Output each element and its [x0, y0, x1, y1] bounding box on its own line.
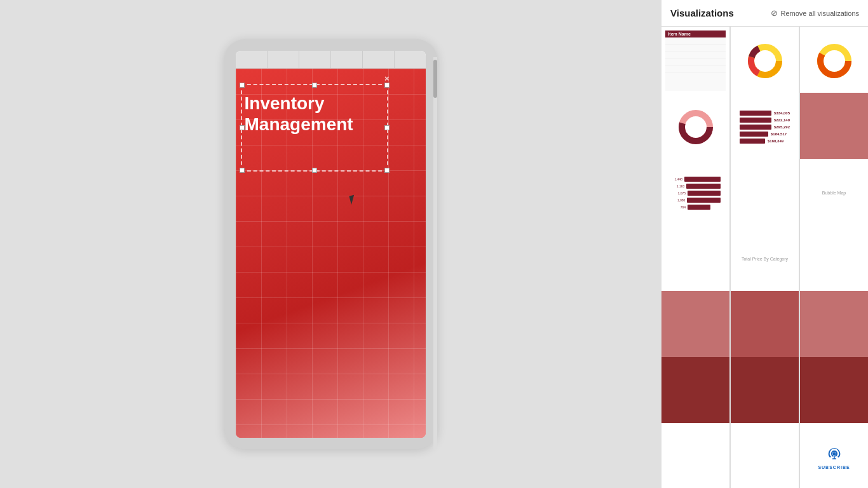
topbar-col-2: [268, 51, 299, 68]
handle-bl[interactable]: [240, 168, 245, 173]
table-header: Item Name: [665, 30, 725, 37]
bar: [740, 111, 771, 116]
donut-orange-yellow: [815, 42, 853, 80]
table-rows: [665, 37, 725, 90]
donut-red: [677, 108, 715, 146]
bar: [740, 118, 771, 123]
scrollbar-thumb[interactable]: [433, 60, 437, 98]
viz-cell-1[interactable]: Item Name: [661, 27, 729, 95]
bar-row: 1,163: [670, 184, 721, 189]
phone-topbar: [236, 51, 426, 69]
viz-cell-15[interactable]: [800, 291, 868, 359]
bar: [740, 125, 771, 130]
bar: [740, 139, 765, 144]
bar-label: 1,080: [670, 198, 685, 202]
handle-bm[interactable]: [312, 168, 317, 173]
viz-cell-20[interactable]: [731, 423, 799, 488]
cell-table: Item Name: [665, 30, 725, 90]
viz-cell-13[interactable]: [661, 291, 729, 359]
phone-mockup: × Inventory Management: [224, 39, 437, 449]
viz-cell-10[interactable]: [661, 225, 729, 293]
topbar-col-6: [395, 51, 426, 68]
topbar-col-5: [363, 51, 395, 68]
handle-rm[interactable]: [384, 125, 390, 130]
viz-cell-9[interactable]: Bubble Map: [800, 159, 868, 227]
handle-tr[interactable]: [384, 83, 390, 88]
bar-label: 764: [670, 205, 686, 209]
title-line1: Inventory: [245, 93, 353, 114]
viz-grid: Item Name: [661, 27, 868, 488]
viz-cell-5[interactable]: $334,005 $222,149 $295,292 $184,517 $168…: [731, 93, 799, 161]
bar-label: 1,163: [670, 184, 684, 188]
viz-cell-12[interactable]: [800, 225, 868, 293]
svg-point-11: [832, 452, 836, 455]
bar-row: 764: [670, 205, 721, 210]
bar-row: 1,080: [670, 198, 721, 203]
remove-icon: ⊘: [771, 8, 778, 18]
subscribe-icon: [825, 445, 843, 463]
subscribe-label[interactable]: SUBSCRIBE: [818, 465, 850, 470]
table-row: [665, 58, 725, 65]
svg-point-4: [755, 51, 775, 71]
remove-all-label: Remove all visualizations: [781, 10, 860, 17]
viz-cell-6[interactable]: [800, 93, 868, 161]
value: $168,349: [768, 139, 783, 143]
viz-cell-19[interactable]: [661, 423, 729, 488]
svg-point-10: [686, 117, 706, 137]
viz-cell-18[interactable]: [800, 357, 868, 425]
topbar-col-3: [299, 51, 331, 68]
value: $295,292: [774, 125, 790, 129]
table-row: [665, 65, 725, 72]
value: $184,517: [771, 132, 787, 136]
phone-scrollbar[interactable]: [433, 57, 437, 449]
viz-cell-11[interactable]: Total Price By Category: [731, 225, 799, 293]
viz-cell-21[interactable]: SUBSCRIBE: [800, 423, 868, 488]
list-row: $295,292: [740, 125, 790, 130]
remove-all-button[interactable]: ⊘ Remove all visualizations: [771, 8, 860, 18]
bar: [740, 132, 768, 137]
bar-fill: [686, 184, 721, 189]
handle-lm[interactable]: [240, 125, 245, 130]
table-row: [665, 44, 725, 51]
num-list: $334,005 $222,149 $295,292 $184,517 $168…: [736, 107, 794, 147]
bar-row: 1,448: [670, 177, 721, 182]
viz-cell-4[interactable]: [661, 93, 729, 161]
topbar-col-1: [236, 51, 268, 68]
phone-content[interactable]: × Inventory Management: [236, 69, 426, 438]
title-line2: Management: [245, 114, 353, 135]
donut-multicolor: [746, 42, 784, 80]
bar-chart: 1,448 1,163 1,075 1,080 764: [667, 173, 724, 214]
value: $334,005: [774, 111, 790, 115]
viz-cell-17[interactable]: [731, 357, 799, 425]
viz-cell-16[interactable]: [661, 357, 729, 425]
list-row: $184,517: [740, 132, 790, 137]
table-row: [665, 37, 725, 44]
panel-title: Visualizations: [670, 8, 734, 18]
bar-row: 1,075: [670, 191, 721, 196]
handle-br[interactable]: [384, 168, 390, 173]
table-row: [665, 51, 725, 58]
right-panel: Visualizations ⊘ Remove all visualizatio…: [661, 0, 868, 488]
phone-screen: × Inventory Management: [236, 51, 426, 438]
list-row: $222,149: [740, 118, 790, 123]
topbar-col-4: [331, 51, 363, 68]
viz-cell-2[interactable]: [731, 27, 799, 95]
text-label: Total Price By Category: [739, 254, 790, 264]
handle-tl[interactable]: [240, 83, 245, 88]
bar-fill: [684, 177, 721, 182]
viz-cell-3[interactable]: [800, 27, 868, 95]
bar-fill: [688, 191, 721, 196]
canvas-area: × Inventory Management: [0, 0, 661, 488]
viz-cell-8[interactable]: [731, 159, 799, 227]
text-label: Bubble Map: [820, 188, 848, 198]
viz-cell-14[interactable]: [731, 291, 799, 359]
panel-header: Visualizations ⊘ Remove all visualizatio…: [661, 0, 868, 27]
inventory-title: Inventory Management: [245, 93, 353, 135]
value: $222,149: [774, 118, 790, 122]
viz-cell-7[interactable]: 1,448 1,163 1,075 1,080 764: [661, 159, 729, 227]
bar-fill: [688, 205, 710, 210]
bar-fill: [687, 198, 721, 203]
handle-tm[interactable]: [312, 83, 317, 88]
list-row: $334,005: [740, 111, 790, 116]
close-icon[interactable]: ×: [384, 74, 390, 83]
